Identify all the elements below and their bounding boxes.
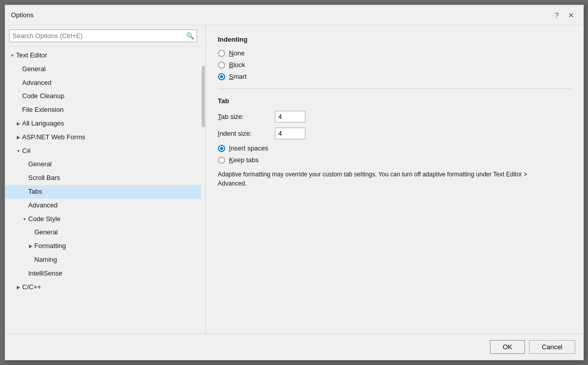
scrollbar-track[interactable]	[201, 25, 205, 333]
tree-item-cs-tabs[interactable]: Tabs	[5, 185, 201, 199]
radio-circle-keep-tabs	[218, 157, 225, 164]
tree-item-label: General	[35, 227, 58, 238]
dialog-title: Options	[11, 11, 34, 19]
radio-circle-none	[218, 50, 225, 57]
tree-item-formatting[interactable]: ▶Formatting	[5, 239, 201, 253]
tab-title: Tab	[218, 97, 571, 105]
search-box-wrap: 🔍	[5, 25, 201, 47]
radio-label-none: None	[229, 49, 245, 57]
radio-smart[interactable]: Smart	[218, 73, 571, 80]
tree-item-cs-general[interactable]: General	[5, 158, 201, 171]
search-wrap: 🔍	[9, 29, 197, 42]
main-panel: Indenting None Block Smart	[206, 25, 583, 333]
tree-item-label: ASP.NET Web Forms	[22, 132, 85, 143]
tree-toggle[interactable]: ▶	[27, 242, 35, 250]
tree-item-cpp[interactable]: ▶C/C++	[5, 281, 201, 294]
radio-keep-tabs[interactable]: Keep tabs	[218, 156, 571, 164]
tree-item-label: C#	[22, 146, 31, 157]
title-bar-buttons: ? ✕	[551, 9, 577, 21]
tree-item-label: IntelliSense	[28, 268, 63, 279]
tab-size-input[interactable]	[275, 111, 305, 123]
tree-toggle[interactable]: ▾	[9, 52, 16, 59]
radio-circle-smart	[218, 73, 225, 80]
tree-item-label: Scroll Bars	[28, 173, 60, 184]
radio-none[interactable]: None	[218, 49, 571, 57]
radio-label-insert-spaces: Insert spaces	[229, 144, 268, 152]
tree-item-te-advanced[interactable]: Advanced	[5, 76, 201, 90]
tree-item-cs-scrollbars[interactable]: Scroll Bars	[5, 171, 201, 185]
tree-item-cs-advanced[interactable]: Advanced	[5, 199, 201, 212]
indent-size-input[interactable]	[275, 128, 305, 139]
close-button[interactable]: ✕	[565, 9, 577, 21]
scrollbar-thumb[interactable]	[202, 66, 205, 127]
tab-section: Tab Tab size: Indent size: Insert spaces	[218, 97, 571, 188]
tree-item-label: General	[22, 64, 46, 75]
tab-size-row: Tab size:	[218, 111, 571, 123]
info-text: Adaptive formatting may override your cu…	[218, 170, 543, 188]
radio-label-keep-tabs: Keep tabs	[229, 156, 259, 164]
tree-item-aspnet-web-forms[interactable]: ▶ASP.NET Web Forms	[5, 131, 201, 144]
tree-item-intellisense[interactable]: IntelliSense	[5, 267, 201, 281]
indent-size-row: Indent size:	[218, 128, 571, 139]
tree-toggle[interactable]: ▶	[15, 120, 22, 127]
indenting-radio-group: None Block Smart	[218, 49, 571, 80]
tree-item-label: Formatting	[35, 241, 66, 252]
indent-size-label: Indent size:	[218, 130, 269, 137]
tree-toggle[interactable]: ▶	[15, 284, 22, 291]
tree-toggle[interactable]: ▾	[21, 216, 28, 223]
help-button[interactable]: ?	[551, 9, 563, 21]
tree-item-te-code-cleanup[interactable]: Code Cleanup	[5, 89, 201, 103]
tree-item-label: Code Style	[28, 214, 61, 225]
tree-item-all-languages[interactable]: ▶All Languages	[5, 117, 201, 131]
tree-item-naming[interactable]: Naming	[5, 253, 201, 267]
tab-size-label: Tab size:	[218, 113, 269, 120]
tree-item-label: C/C++	[22, 282, 42, 293]
radio-circle-block	[218, 62, 225, 69]
tree-item-label: General	[28, 159, 52, 170]
radio-insert-spaces[interactable]: Insert spaces	[218, 144, 571, 152]
radio-label-smart: Smart	[229, 73, 247, 80]
tree-item-cs-cs-general[interactable]: General	[5, 226, 201, 239]
tree-toggle[interactable]: ▶	[15, 134, 22, 141]
tree-item-label: Advanced	[28, 200, 58, 211]
tree-item-code-style[interactable]: ▾Code Style	[5, 212, 201, 226]
spacing-radio-group: Insert spaces Keep tabs	[218, 144, 571, 164]
indenting-section: Indenting None Block Smart	[218, 36, 571, 80]
tree-item-label: Text Editor	[16, 50, 47, 61]
tree-toggle[interactable]: ▾	[15, 147, 22, 155]
ok-button[interactable]: OK	[490, 340, 525, 354]
tree-item-label: Tabs	[28, 187, 42, 197]
tree-item-te-file-extension[interactable]: File Extension	[5, 103, 201, 117]
tree-item-label: Code Cleanup	[22, 91, 65, 102]
cancel-button[interactable]: Cancel	[529, 340, 575, 354]
radio-label-block: Block	[229, 61, 245, 69]
tree-item-label: All Languages	[22, 118, 64, 129]
tree-item-text-editor[interactable]: ▾Text Editor	[5, 49, 201, 63]
search-input[interactable]	[9, 29, 197, 42]
indenting-title: Indenting	[218, 36, 571, 43]
divider-1	[218, 88, 571, 89]
sidebar-container: 🔍 ▾Text EditorGeneralAdvancedCode Cleanu…	[5, 25, 206, 333]
tree-item-label: Advanced	[22, 78, 52, 88]
tree: ▾Text EditorGeneralAdvancedCode CleanupF…	[5, 47, 201, 333]
footer: OK Cancel	[5, 333, 583, 360]
radio-block[interactable]: Block	[218, 61, 571, 69]
content-area: 🔍 ▾Text EditorGeneralAdvancedCode Cleanu…	[5, 25, 583, 333]
tree-item-label: Naming	[35, 255, 57, 265]
title-bar: Options ? ✕	[5, 5, 583, 25]
options-dialog: Options ? ✕ 🔍 ▾Text EditorGeneralAdvance…	[5, 5, 584, 360]
tree-item-te-general[interactable]: General	[5, 63, 201, 76]
radio-circle-insert-spaces	[218, 145, 225, 152]
tree-item-label: File Extension	[22, 105, 64, 115]
sidebar: 🔍 ▾Text EditorGeneralAdvancedCode Cleanu…	[5, 25, 201, 333]
tree-item-csharp[interactable]: ▾C#	[5, 144, 201, 158]
